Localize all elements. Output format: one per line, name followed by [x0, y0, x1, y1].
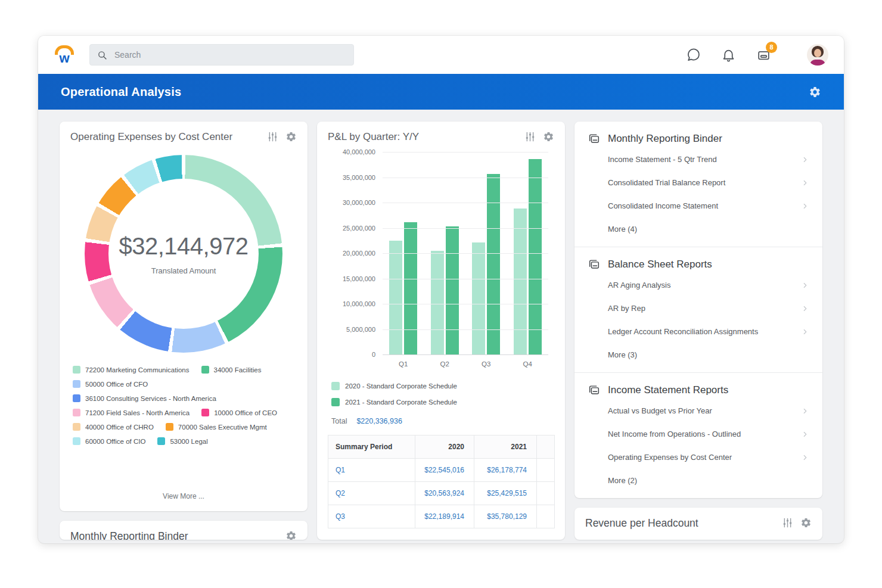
gear-icon: [809, 86, 821, 98]
more-link[interactable]: More (3): [588, 343, 809, 366]
period-cell[interactable]: Q3: [328, 505, 415, 528]
report-link[interactable]: Operating Expenses by Cost Center: [588, 446, 809, 469]
value-cell[interactable]: $22,545,016: [415, 459, 474, 482]
y-axis-tick: 5,000,000: [328, 326, 375, 333]
report-link-label: AR by Rep: [608, 304, 645, 313]
report-link-label: Net Income from Operations - Outlined: [608, 430, 741, 438]
more-link[interactable]: More (2): [588, 469, 809, 492]
card-settings-button[interactable]: [285, 530, 297, 540]
legend-label: 34000 Facilities: [214, 366, 262, 374]
table-header-row: Summary Period20202021: [328, 435, 555, 459]
report-link[interactable]: Actual vs Budget vs Prior Year: [588, 399, 809, 422]
donut-legend-item: 40000 Office of CHRO: [73, 423, 154, 431]
bar-Q4-2020[interactable]: [514, 209, 527, 356]
donut-chart: $32,144,972 Translated Amount: [85, 155, 282, 353]
search-bar[interactable]: [89, 44, 354, 66]
bar-Q1-2021[interactable]: [404, 222, 417, 355]
value-cell[interactable]: $35,780,129: [474, 505, 537, 528]
report-link-label: Consolidated Trial Balance Report: [608, 178, 725, 187]
value-cell[interactable]: $20,563,924: [415, 482, 474, 505]
chevron-right-icon: [801, 453, 809, 462]
bar-chart-plot: 05,000,00010,000,00015,000,00020,000,000…: [383, 153, 548, 355]
card-settings-button[interactable]: [800, 517, 812, 528]
page-settings-button[interactable]: [809, 86, 821, 98]
chat-button[interactable]: [686, 48, 701, 63]
notifications-button[interactable]: [721, 48, 736, 63]
report-link[interactable]: Consolidated Trial Balance Report: [588, 171, 809, 194]
gridline: 25,000,000: [383, 228, 548, 229]
report-link[interactable]: Net Income from Operations - Outlined: [588, 422, 809, 446]
report-group: Balance Sheet ReportsAR Aging AnalysisAR…: [574, 247, 822, 372]
bar-Q2-2020[interactable]: [431, 251, 444, 355]
total-value-link[interactable]: $220,336,936: [356, 417, 402, 425]
inbox-button[interactable]: 8: [756, 48, 771, 63]
donut-legend-item: 53000 Legal: [157, 437, 207, 445]
report-link[interactable]: AR by Rep: [588, 297, 809, 320]
report-link[interactable]: Income Statement - 5 Qtr Trend: [588, 148, 809, 171]
donut-legend-item: 60000 Office of CIO: [73, 437, 145, 445]
value-cell[interactable]: $26,178,774: [474, 459, 537, 482]
chevron-right-icon: [801, 281, 809, 290]
app-window: w 8 Operational Analysis: [38, 36, 844, 543]
logo-letter: w: [54, 53, 75, 64]
card-settings-button[interactable]: [285, 131, 297, 142]
gridline: 10,000,000: [383, 304, 548, 304]
report-link[interactable]: Ledger Account Reconciliation Assignment…: [588, 320, 809, 343]
view-more-link[interactable]: View More ...: [70, 484, 297, 502]
legend-label: 71200 Field Sales - North America: [85, 409, 190, 416]
gear-icon: [285, 131, 297, 142]
avatar[interactable]: [807, 44, 828, 66]
summary-table: Summary Period20202021Q1$22,545,016$26,1…: [328, 435, 555, 528]
bell-icon: [721, 48, 736, 63]
bar-group-Q1: [389, 222, 417, 355]
legend-label: 50000 Office of CFO: [85, 381, 148, 388]
bar-Q3-2021[interactable]: [487, 174, 500, 355]
more-link-label: More (3): [608, 350, 637, 359]
filter-settings-button[interactable]: [267, 131, 278, 142]
gridline: 20,000,000: [383, 253, 548, 254]
card-actions: [285, 530, 297, 540]
period-cell[interactable]: Q1: [328, 459, 415, 482]
report-group-title: Income Statement Reports: [608, 384, 728, 396]
workday-logo[interactable]: w: [54, 45, 75, 64]
legend-label: 53000 Legal: [170, 438, 207, 445]
legend-label: 36100 Consulting Services - North Americ…: [85, 395, 216, 402]
more-link[interactable]: More (4): [588, 217, 809, 241]
card-settings-button[interactable]: [543, 131, 554, 142]
value-cell[interactable]: $22,189,914: [415, 505, 474, 528]
bar-Q2-2021[interactable]: [446, 226, 459, 355]
more-link-label: More (2): [608, 476, 637, 485]
column-left: Operating Expenses by Cost Center $32,14…: [60, 122, 308, 540]
chat-icon: [686, 48, 701, 63]
report-link[interactable]: Consolidated Income Statement: [588, 194, 809, 217]
col-header: [537, 435, 555, 459]
x-axis-labels: Q1Q2Q3Q4: [383, 360, 548, 368]
search-input[interactable]: [113, 49, 346, 60]
y-axis-tick: 35,000,000: [328, 174, 375, 181]
report-link-label: AR Aging Analysis: [608, 281, 671, 290]
gridline: 30,000,000: [383, 203, 548, 203]
period-cell[interactable]: Q2: [328, 482, 415, 505]
report-link[interactable]: AR Aging Analysis: [588, 273, 809, 297]
chevron-right-icon: [801, 328, 809, 336]
y-axis-tick: 15,000,000: [328, 275, 375, 282]
page-header: Operational Analysis: [38, 74, 844, 110]
gear-icon: [285, 530, 297, 540]
bar-Q3-2020[interactable]: [472, 242, 485, 355]
bar-Q4-2021[interactable]: [529, 159, 542, 355]
filter-settings-button[interactable]: [524, 131, 536, 142]
y-axis-tick: 0: [328, 351, 375, 358]
donut-center: $32,144,972 Translated Amount: [108, 179, 259, 329]
donut-legend-item: 10000 Office of CEO: [201, 409, 277, 416]
legend-swatch: [73, 380, 80, 388]
card-title: P&L by Quarter: Y/Y: [328, 131, 419, 143]
legend-swatch: [73, 423, 80, 431]
value-cell[interactable]: $25,429,515: [474, 482, 537, 505]
bar-legend-item: 2020 - Standard Corporate Schedule: [331, 382, 554, 390]
bar-Q1-2020[interactable]: [389, 241, 402, 355]
donut-legend-item: 36100 Consulting Services - North Americ…: [73, 394, 216, 402]
filter-settings-button[interactable]: [782, 517, 793, 528]
gear-icon: [800, 517, 812, 528]
gridline: 15,000,000: [383, 279, 548, 279]
donut-legend-item: 71200 Field Sales - North America: [73, 409, 190, 416]
